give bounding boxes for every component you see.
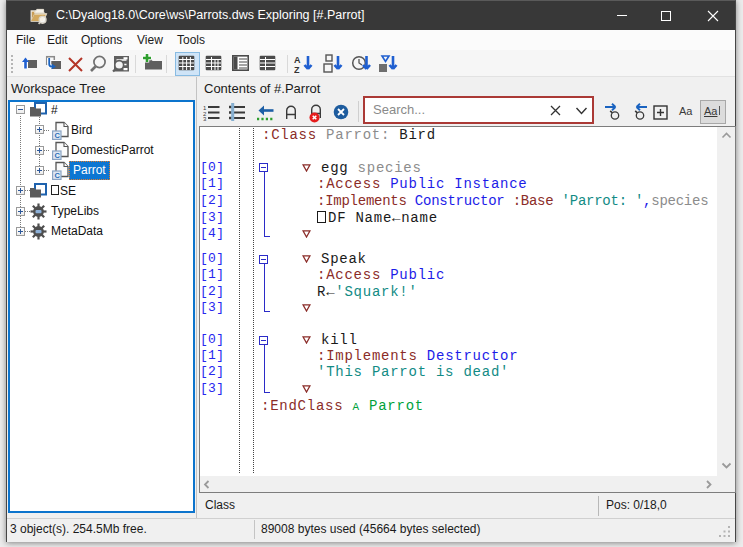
- svg-text:3: 3: [203, 116, 207, 121]
- svg-text:Z: Z: [294, 65, 300, 74]
- svg-text:A: A: [294, 55, 301, 65]
